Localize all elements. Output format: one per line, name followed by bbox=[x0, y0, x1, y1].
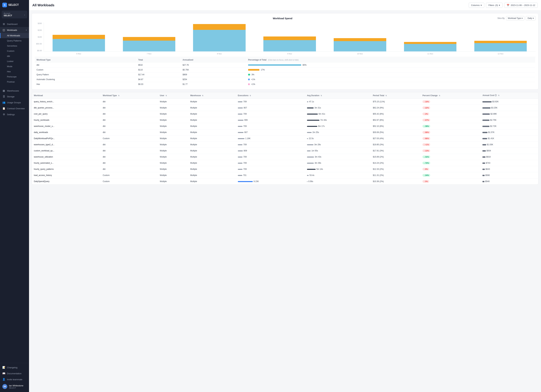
header-controls: Columns ▾ Filters (0) ▾ 📅 2023-11-06 ~ 2… bbox=[469, 3, 538, 8]
table-row: hourly_automated_s... dbt Multiple Multi… bbox=[32, 160, 538, 166]
workloads-icon: ◫ bbox=[2, 29, 5, 31]
percent-change-badge: ↓ 31% bbox=[422, 155, 430, 158]
cell-type: dbt bbox=[101, 105, 158, 111]
bar-chart: $200 $150 $100 $50.00 $0.00 6 Nov7 Nov8 … bbox=[35, 22, 536, 56]
sidebar-sub-query-patterns[interactable]: Query Patterns bbox=[0, 38, 29, 43]
bar-group[interactable]: 12 Nov bbox=[466, 22, 536, 52]
sidebar-item-contract-overview[interactable]: 📋 Contract Overview bbox=[0, 105, 29, 111]
cell-warehouse: Multiple bbox=[188, 129, 236, 135]
cell-annual-cost: $2.75K bbox=[480, 117, 538, 123]
legend-annualized: $1.77 bbox=[181, 82, 246, 86]
bar-x-label: 10 Nov bbox=[357, 53, 363, 55]
col-percent-change[interactable]: Percent Change ⇅ bbox=[421, 92, 480, 99]
cell-warehouse: Multiple bbox=[188, 142, 236, 148]
bar-blue[interactable] bbox=[474, 43, 527, 52]
bar-blue[interactable] bbox=[334, 41, 386, 52]
sidebar-item-invite[interactable]: 👤 Invite teammate bbox=[0, 377, 29, 382]
bar-blue[interactable] bbox=[123, 41, 175, 52]
contract-icon: 📋 bbox=[2, 107, 5, 110]
user-profile[interactable]: IW Ian Whitestone SELECT bbox=[0, 382, 29, 391]
table-row: hourly_query_patterns dbt Multiple Multi… bbox=[32, 166, 538, 172]
cell-type: dbt bbox=[101, 111, 158, 117]
main-content: All Workloads Columns ▾ Filters (0) ▾ 📅 … bbox=[29, 0, 541, 392]
columns-button[interactable]: Columns ▾ bbox=[469, 3, 484, 8]
sidebar-sub-hex[interactable]: Hex bbox=[0, 69, 29, 74]
bar-orange[interactable] bbox=[52, 35, 105, 39]
storage-icon: 🗄 bbox=[2, 95, 5, 98]
cell-type: dbt bbox=[101, 117, 158, 123]
sidebar-sub-label: Hex bbox=[7, 70, 11, 73]
cell-workload: custom_workload_qu... bbox=[32, 148, 101, 154]
bar-group[interactable]: 6 Nov bbox=[44, 22, 114, 52]
cell-workload: warehouse_utilization bbox=[32, 154, 101, 160]
account-selector[interactable]: Account SELECT ⌄ bbox=[2, 11, 27, 18]
sidebar-item-changelog[interactable]: 📝 Changelog bbox=[0, 365, 29, 371]
sidebar-item-usage-groups[interactable]: 👥 Usage Groups bbox=[0, 99, 29, 105]
cell-percent-change: ↑ 2% bbox=[421, 111, 480, 117]
bar-blue[interactable] bbox=[193, 30, 245, 52]
user-name: Ian Whitestone bbox=[9, 384, 23, 387]
sidebar-sub-label: Fivetran bbox=[7, 81, 15, 83]
col-workload[interactable]: Workload bbox=[32, 92, 101, 99]
sidebar-item-workloads[interactable]: ◫ Workloads ▾ bbox=[0, 27, 29, 33]
bar-group[interactable]: 7 Nov bbox=[114, 22, 184, 52]
sidebar-sub-looker[interactable]: Looker bbox=[0, 59, 29, 64]
col-workload-type[interactable]: Workload Type ⇅ bbox=[101, 92, 158, 99]
date-range-button[interactable]: 📅 2023-11-06 ~ 2023-11-12 bbox=[504, 3, 538, 8]
bar-orange[interactable] bbox=[193, 24, 245, 30]
bar-group[interactable]: 8 Nov bbox=[184, 22, 255, 52]
chevron-down-icon: ▾ bbox=[522, 17, 523, 19]
col-executions[interactable]: Executions ⇅ bbox=[236, 92, 305, 99]
bar-group[interactable]: 10 Nov bbox=[325, 22, 395, 52]
sidebar-sub-fivetran[interactable]: Fivetran bbox=[0, 79, 29, 84]
date-range-value: 2023-11-06 ~ 2023-11-12 bbox=[511, 4, 535, 6]
sidebar-sub-label: Mode bbox=[7, 65, 12, 68]
slice-by-button[interactable]: Workload Type ▾ bbox=[506, 16, 525, 21]
sidebar-item-dashboard[interactable]: ⊞ Dashboard bbox=[0, 21, 29, 27]
bar-group[interactable]: 11 Nov bbox=[395, 22, 465, 52]
legend-col-pct: Percentage of Total (Click bars to focus… bbox=[246, 57, 535, 62]
col-period-total[interactable]: Period Total ⇅ bbox=[371, 92, 421, 99]
sidebar-sub-mode[interactable]: Mode bbox=[0, 64, 29, 69]
bar-orange[interactable] bbox=[123, 37, 175, 41]
percent-change-badge: ↓ 39% bbox=[422, 125, 430, 128]
interval-button[interactable]: Daily ▾ bbox=[526, 16, 536, 21]
legend-row: Custom $110 $5.75K 17% bbox=[35, 67, 535, 72]
sidebar-item-documentation[interactable]: 📖 Documentation bbox=[0, 371, 29, 377]
sidebar-sub-all-workloads[interactable]: All Workloads bbox=[0, 33, 29, 38]
sidebar-sub-periscope[interactable]: Periscope bbox=[0, 74, 29, 79]
sidebar-item-label: Dashboard bbox=[7, 23, 18, 25]
sidebar-sub-custom[interactable]: Custom bbox=[0, 48, 29, 54]
cell-workload: daily_workloads bbox=[32, 129, 101, 135]
bar-group[interactable]: 9 Nov bbox=[255, 22, 325, 52]
sidebar-sub-dbt[interactable]: dbt bbox=[0, 54, 29, 59]
bar-blue[interactable] bbox=[263, 40, 316, 52]
col-user[interactable]: User ⇅ bbox=[158, 92, 188, 99]
y-axis: $200 $150 $100 $50.00 $0.00 bbox=[35, 22, 43, 52]
dashboard-icon: ⊞ bbox=[2, 23, 5, 26]
bar-orange[interactable] bbox=[404, 42, 456, 44]
sidebar-item-warehouses[interactable]: ▦ Warehouses bbox=[0, 88, 29, 94]
sidebar-sub-label: dbt bbox=[7, 55, 10, 57]
sidebar-item-settings[interactable]: ⚙ Settings bbox=[0, 111, 29, 117]
cell-percent-change: ↑ 8% bbox=[421, 166, 480, 172]
cell-annual-cost: $3.25K bbox=[480, 105, 538, 111]
cell-type: dbt bbox=[101, 154, 158, 160]
cell-warehouse: Multiple bbox=[188, 172, 236, 178]
content-area: Workload Spend Slice By Workload Type ▾ … bbox=[29, 11, 541, 392]
bar-orange[interactable] bbox=[334, 38, 386, 41]
cell-percent-change: ↓ 39% bbox=[421, 123, 480, 129]
filters-button[interactable]: Filters (0) ▾ bbox=[486, 3, 503, 8]
bar-orange[interactable] bbox=[263, 36, 316, 40]
bar-orange[interactable] bbox=[474, 41, 527, 43]
col-avg-duration[interactable]: Avg Duration ⇅ bbox=[305, 92, 371, 99]
filters-count: (0) bbox=[495, 4, 498, 6]
sidebar-sub-serverless[interactable]: Serverless bbox=[0, 43, 29, 48]
cell-avg-duration: 3m 29s bbox=[305, 142, 371, 148]
col-warehouse[interactable]: Warehouse ⇅ bbox=[188, 92, 236, 99]
bar-blue[interactable] bbox=[52, 39, 105, 52]
sidebar-item-label: Changelog bbox=[7, 366, 17, 369]
col-annual-cost[interactable]: Annual Cost ⓘ ⇅ bbox=[480, 92, 538, 99]
sidebar-item-storage[interactable]: 🗄 Storage bbox=[0, 94, 29, 99]
bar-blue[interactable] bbox=[404, 44, 456, 52]
